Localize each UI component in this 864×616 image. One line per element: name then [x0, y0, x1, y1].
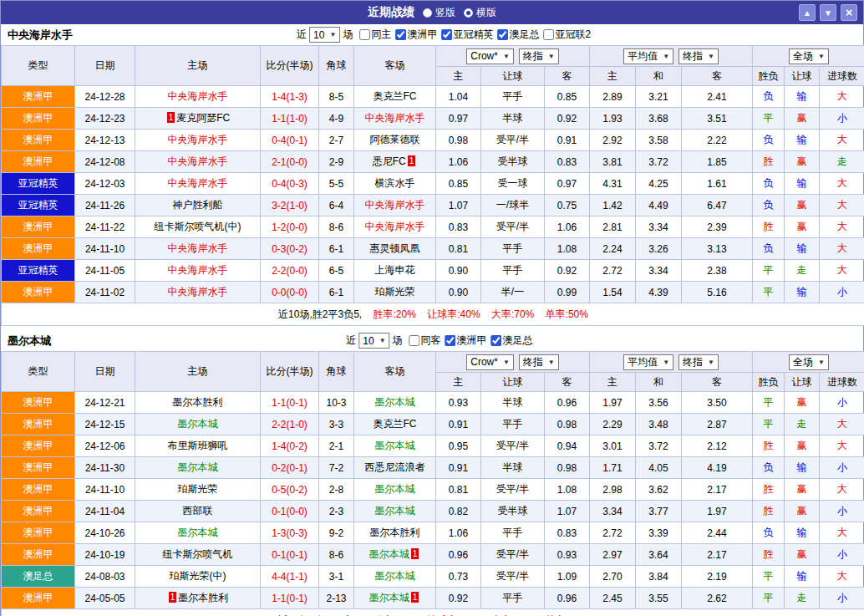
team-label: 珀斯光荣(中) — [170, 570, 226, 582]
avg-select[interactable]: 平均值▼ — [623, 354, 673, 370]
away-team: 墨尔本城 — [354, 435, 436, 457]
filter-suffix-label: 场 — [343, 28, 353, 42]
avg-stage-select[interactable]: 终指▼ — [678, 48, 719, 64]
avg-select[interactable]: 平均值▼ — [623, 48, 673, 64]
team-label: 中央海岸水手 — [168, 286, 228, 298]
result-winloss: 平 — [753, 108, 785, 130]
away-team: 墨尔本城 — [354, 501, 436, 522]
avg-draw: 3.64 — [636, 544, 682, 566]
match-row: 澳洲甲24-11-30墨尔本城0-2(0-1)7-2西悉尼流浪者0.91半球0.… — [2, 457, 864, 479]
filter-checkbox[interactable]: 澳足总 — [493, 28, 539, 42]
result-handicap: 输 — [785, 457, 820, 479]
col-header-avg-draw: 和 — [636, 373, 682, 392]
avg-group-header: 平均值▼ 终指▼ — [590, 352, 753, 373]
match-count-select[interactable]: 10 ▼ — [309, 27, 340, 43]
match-score: 1-3(0-3) — [261, 522, 319, 544]
odds-home: 0.73 — [436, 566, 481, 588]
avg-home: 1.93 — [590, 108, 636, 130]
chevron-down-icon: ▼ — [503, 53, 510, 60]
match-date: 24-11-04 — [75, 501, 135, 522]
match-score: 1-2(0-0) — [261, 216, 319, 238]
home-team: 神户胜利船 — [135, 195, 261, 216]
fulltime-select[interactable]: 全场▼ — [789, 354, 829, 370]
match-score: 2-1(0-0) — [261, 151, 319, 173]
filter-checkbox[interactable]: 亚冠联2 — [539, 28, 591, 42]
match-score: 0-4(0-1) — [261, 130, 319, 151]
section-header: 中央海岸水手 近 10 ▼ 场 同主澳洲甲亚冠精英澳足总亚冠联2 — [1, 24, 863, 45]
team-label: 麦克阿瑟FC — [176, 112, 230, 124]
odds-stage-select[interactable]: 终指▼ — [519, 48, 559, 64]
filter-checkbox[interactable]: 同客 — [405, 333, 441, 348]
team-label: 中央海岸水手 — [168, 264, 228, 276]
match-count-select[interactable]: 10 ▼ — [358, 333, 389, 349]
radio-label: 横版 — [476, 6, 496, 20]
odds-home: 1.06 — [436, 151, 481, 173]
col-header-corner: 角球 — [319, 46, 354, 86]
checkbox-input[interactable] — [409, 335, 420, 346]
odds-home: 0.81 — [436, 238, 481, 260]
checkbox-input[interactable] — [395, 29, 406, 40]
result-winloss: 胜 — [753, 501, 785, 522]
corner-score: 2-8 — [319, 479, 354, 501]
odds-company-select[interactable]: Crow*▼ — [466, 354, 514, 370]
corner-score: 6-4 — [319, 195, 354, 216]
team-label: 西部联 — [183, 505, 213, 517]
avg-draw: 3.58 — [636, 130, 682, 151]
col-header-date: 日期 — [75, 46, 135, 86]
checkbox-input[interactable] — [497, 29, 508, 40]
fulltime-select[interactable]: 全场▼ — [789, 48, 829, 64]
checkbox-input[interactable] — [359, 29, 370, 40]
checkbox-input[interactable] — [543, 29, 554, 40]
filter-bar: 近 10 ▼ 场 同客澳洲甲澳足总 — [346, 333, 532, 349]
corner-score: 2-7 — [319, 130, 354, 151]
avg-stage-select[interactable]: 终指▼ — [678, 354, 719, 370]
select-value: 终指 — [523, 355, 543, 369]
layout-radio-horizontal[interactable]: 横版 — [464, 6, 496, 20]
select-value: 平均值 — [628, 49, 658, 64]
match-score: 0-5(0-2) — [261, 479, 319, 501]
away-team: 中央海岸水手 — [354, 195, 436, 216]
red-card-badge: 1 — [411, 592, 419, 603]
close-button[interactable]: × — [841, 4, 857, 21]
home-team: 1麦克阿瑟FC — [135, 108, 261, 130]
result-handicap: 赢 — [785, 216, 820, 238]
checkbox-input[interactable] — [491, 335, 502, 346]
filter-checkbox[interactable]: 同主 — [355, 28, 391, 42]
odds-company-select[interactable]: Crow*▼ — [466, 48, 514, 64]
filter-checkbox-label: 同主 — [371, 28, 391, 42]
result-goals: 小 — [820, 457, 864, 479]
scroll-up-button[interactable]: ▲ — [799, 4, 816, 21]
odds-away: 1.09 — [545, 566, 590, 588]
result-winloss: 负 — [753, 195, 785, 216]
result-handicap: 赢 — [785, 479, 820, 501]
filter-checkbox[interactable]: 澳洲甲 — [441, 333, 487, 348]
result-goals: 小 — [820, 544, 864, 566]
match-score: 0-0(0-0) — [261, 282, 319, 303]
odds-home: 1.07 — [436, 195, 481, 216]
corner-score: 7-2 — [319, 457, 354, 479]
scroll-down-button[interactable]: ▼ — [820, 4, 836, 21]
checkbox-input[interactable] — [441, 29, 452, 40]
filter-checkbox[interactable]: 澳足总 — [487, 333, 533, 348]
odds-home: 0.91 — [436, 414, 481, 435]
odds-away: 0.91 — [545, 130, 590, 151]
odds-stage-select[interactable]: 终指▼ — [519, 354, 559, 370]
handicap-line: 受半球 — [481, 151, 545, 173]
filter-checkbox[interactable]: 亚冠精英 — [437, 28, 493, 42]
col-header-odds-away: 客 — [545, 373, 590, 392]
league-badge: 澳洲甲 — [2, 501, 75, 522]
avg-home: 3.01 — [590, 435, 636, 457]
result-group-header: 全场▼ — [753, 352, 864, 373]
avg-away: 2.38 — [682, 260, 753, 282]
summary-row: 近10场,胜2平3负5, 胜率:20% 让球率:40% 大率:70% 单率:50… — [2, 303, 864, 326]
summary-row: 近10场,胜4平4负2, 胜率:40% 让球率:50% 大率:50% 单率:40… — [2, 609, 864, 616]
team-name: 墨尔本城 — [1, 333, 51, 349]
filter-checkbox-label: 亚冠精英 — [453, 28, 493, 42]
match-score: 1-1(1-0) — [261, 108, 319, 130]
filter-checkbox-label: 澳洲甲 — [457, 333, 487, 348]
result-handicap: 赢 — [785, 392, 820, 414]
filter-checkbox[interactable]: 澳洲甲 — [391, 28, 437, 42]
layout-radio-vertical[interactable]: 竖版 — [423, 6, 455, 20]
checkbox-input[interactable] — [445, 335, 456, 346]
recent-results-panel: 近期战绩 竖版 横版 ▲ ▼ × 中央海岸水手 近 10 ▼ — [0, 0, 864, 616]
